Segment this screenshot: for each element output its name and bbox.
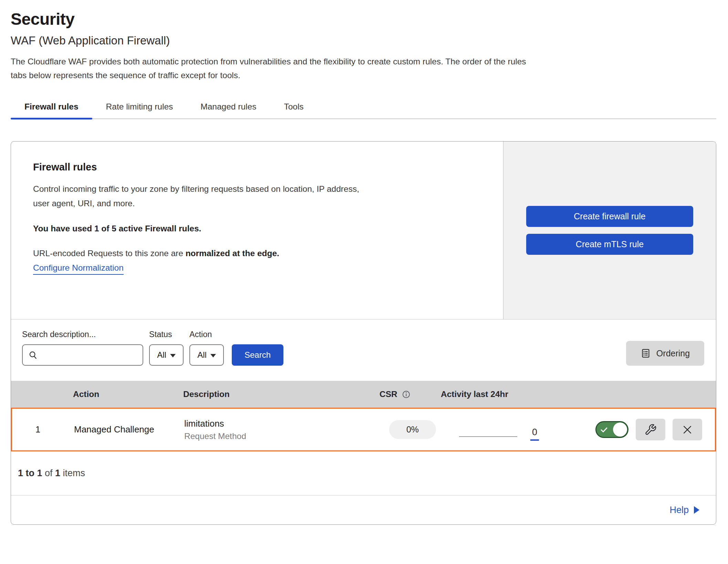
rule-description-cell: limitations Request Method: [174, 418, 370, 441]
search-icon: [28, 350, 38, 360]
action-dropdown[interactable]: All: [189, 344, 224, 366]
search-button[interactable]: Search: [232, 344, 283, 366]
close-icon: [682, 424, 693, 436]
chevron-down-icon: [210, 354, 216, 357]
search-box[interactable]: [22, 344, 143, 366]
filter-toolbar: Search description... Status All Action: [11, 319, 716, 381]
header-activity: Activity last 24hr: [438, 389, 552, 399]
rule-activity-cell: 0: [439, 419, 553, 441]
check-icon: [600, 426, 609, 434]
info-icon[interactable]: [402, 390, 411, 399]
header-action: Action: [63, 389, 173, 399]
configure-normalization-link[interactable]: Configure Normalization: [33, 263, 124, 275]
firewall-rule-row[interactable]: 1 Managed Challenge limitations Request …: [11, 408, 716, 451]
action-field: Action All: [189, 330, 224, 366]
arrow-right-icon: [694, 506, 699, 514]
toggle-knob: [613, 422, 627, 437]
delete-rule-button[interactable]: [673, 419, 702, 440]
rule-controls: [553, 419, 715, 440]
help-link[interactable]: Help: [669, 505, 699, 515]
card-description: Control incoming traffic to your zone by…: [33, 182, 489, 210]
page-description-line2: tabs below represents the sequence of tr…: [11, 69, 716, 82]
rule-csr-cell: 0%: [370, 420, 439, 439]
activity-sparkline: [459, 436, 517, 437]
status-dropdown-value: All: [157, 350, 166, 360]
search-field: Search description...: [22, 330, 143, 366]
items-total: 1: [55, 468, 60, 479]
rule-description: limitations: [184, 418, 370, 429]
pagination-summary: 1 to 1 of 1 items: [11, 451, 716, 495]
tab-managed-rules[interactable]: Managed rules: [187, 98, 270, 118]
page-description: The Cloudflare WAF provides both automat…: [11, 55, 716, 82]
status-field: Status All: [149, 330, 184, 366]
security-waf-page: Security WAF (Web Application Firewall) …: [0, 0, 728, 525]
status-dropdown[interactable]: All: [149, 344, 184, 366]
action-dropdown-value: All: [197, 350, 207, 360]
list-document-icon: [641, 348, 651, 358]
activity-count-link[interactable]: 0: [530, 427, 539, 441]
help-label: Help: [669, 505, 689, 515]
normalization-text: URL-encoded Requests to this zone are no…: [33, 249, 489, 258]
rules-usage-text: You have used 1 of 5 active Firewall rul…: [33, 224, 489, 233]
firewall-rules-card: Firewall rules Control incoming traffic …: [11, 141, 716, 525]
tab-firewall-rules[interactable]: Firewall rules: [11, 98, 92, 118]
page-subtitle: WAF (Web Application Firewall): [11, 34, 716, 47]
csr-badge: 0%: [389, 420, 436, 439]
tab-rate-limiting-rules[interactable]: Rate limiting rules: [92, 98, 187, 118]
search-label: Search description...: [22, 330, 143, 339]
create-mtls-rule-button[interactable]: Create mTLS rule: [526, 234, 693, 255]
items-range: 1 to 1: [18, 468, 42, 479]
search-input[interactable]: [42, 351, 137, 360]
rule-expression-summary: Request Method: [184, 431, 370, 441]
normalization-text-bold: normalized at the edge.: [186, 249, 279, 258]
tab-tools[interactable]: Tools: [270, 98, 317, 118]
card-footer: Help: [11, 495, 716, 524]
card-heading: Firewall rules: [33, 161, 489, 173]
action-label: Action: [189, 330, 224, 339]
page-description-line1: The Cloudflare WAF provides both automat…: [11, 55, 716, 69]
chevron-down-icon: [170, 354, 176, 357]
wrench-icon: [644, 424, 657, 436]
items-of: of: [42, 468, 55, 479]
normalization-text-prefix: URL-encoded Requests to this zone are: [33, 249, 186, 258]
header-csr-label: CSR: [379, 389, 397, 399]
firewall-rules-summary-section: Firewall rules Control incoming traffic …: [11, 142, 716, 319]
create-rule-panel: Create firewall rule Create mTLS rule: [503, 142, 716, 319]
rule-enabled-toggle[interactable]: [595, 421, 628, 438]
edit-rule-button[interactable]: [636, 419, 665, 440]
card-description-line2: user agent, URI, and more.: [33, 196, 489, 211]
rule-action: Managed Challenge: [64, 424, 174, 435]
items-suffix: items: [60, 468, 85, 479]
rules-table-header: Action Description CSR Activity last 24h…: [11, 381, 716, 408]
page-title: Security: [11, 10, 716, 29]
firewall-rules-info: Firewall rules Control incoming traffic …: [11, 142, 503, 319]
card-description-line1: Control incoming traffic to your zone by…: [33, 182, 489, 196]
header-description: Description: [173, 389, 369, 399]
rule-priority: 1: [12, 424, 64, 435]
ordering-button[interactable]: Ordering: [626, 341, 704, 366]
waf-tabs: Firewall rules Rate limiting rules Manag…: [11, 98, 716, 119]
status-label: Status: [149, 330, 184, 339]
ordering-button-label: Ordering: [656, 348, 690, 358]
create-firewall-rule-button[interactable]: Create firewall rule: [526, 206, 693, 227]
header-csr: CSR: [369, 389, 438, 399]
